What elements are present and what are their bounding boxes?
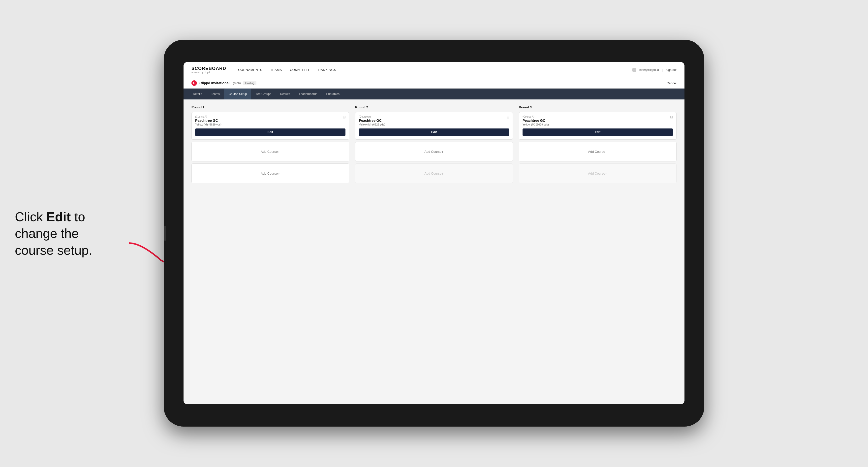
round-3-column: Round 3 ⊟ (Course A) Peachtree GC Yellow… [519, 105, 677, 185]
clippd-icon: C [191, 80, 197, 86]
nav-right: blair@clippd.io | Sign out [632, 68, 677, 72]
round-2-course-label: (Course A) [359, 115, 509, 118]
round-3-course-details: Yellow (M) (6629 yds) [523, 123, 673, 126]
tab-tee-groups[interactable]: Tee Groups [251, 89, 276, 99]
top-nav: SCOREBOARD Powered by clippd TOURNAMENTS… [184, 62, 684, 78]
round-3-edit-button[interactable]: Edit [523, 128, 673, 136]
round-1-column: Round 1 ⊟ (Course A) Peachtree GC Yellow… [191, 105, 349, 185]
nav-tournaments[interactable]: TOURNAMENTS [236, 68, 262, 72]
logo-title: SCOREBOARD [191, 66, 226, 71]
round-2-course-card: ⊟ (Course A) Peachtree GC Yellow (M) (66… [355, 112, 513, 139]
round-1-course-card: ⊟ (Course A) Peachtree GC Yellow (M) (66… [191, 112, 349, 139]
round-3-add-label-1: Add Course [588, 150, 605, 154]
instruction-bold: Edit [46, 209, 71, 224]
round-1-course-label: (Course A) [195, 115, 345, 118]
round-3-plus-2: + [605, 172, 607, 176]
round-1-add-course-1[interactable]: Add Course + [191, 142, 349, 161]
tournament-left: C Clippd Invitational (Men) Hosting [191, 80, 256, 86]
nav-teams[interactable]: TEAMS [270, 68, 282, 72]
tab-printables[interactable]: Printables [322, 89, 344, 99]
tablet-frame: SCOREBOARD Powered by clippd TOURNAMENTS… [164, 40, 704, 427]
round-1-course-name: Peachtree GC [195, 119, 345, 123]
round-3-add-label-2: Add Course [588, 172, 605, 175]
round-2-add-course-2: Add Course + [355, 163, 513, 183]
scoreboard-logo: SCOREBOARD Powered by clippd [191, 66, 226, 74]
sign-out-link[interactable]: Sign out [665, 68, 677, 72]
tab-details[interactable]: Details [188, 89, 207, 99]
round-1-edit-button[interactable]: Edit [195, 128, 345, 136]
round-2-column: Round 2 ⊟ (Course A) Peachtree GC Yellow… [355, 105, 513, 185]
round-3-add-course-1[interactable]: Add Course + [519, 142, 677, 161]
round-2-course-name: Peachtree GC [359, 119, 509, 123]
tab-leaderboards[interactable]: Leaderboards [294, 89, 322, 99]
user-avatar-dot [632, 68, 637, 72]
round-3-course-name: Peachtree GC [523, 119, 673, 123]
round-3-add-course-2: Add Course + [519, 163, 677, 183]
logo-sub: Powered by clippd [191, 71, 226, 74]
round-2-delete-icon[interactable]: ⊟ [506, 115, 510, 119]
tournament-bar: C Clippd Invitational (Men) Hosting Canc… [184, 78, 684, 89]
tournament-type: (Men) [233, 81, 241, 85]
round-3-title: Round 3 [519, 105, 677, 109]
nav-left: SCOREBOARD Powered by clippd TOURNAMENTS… [191, 66, 336, 74]
nav-committee[interactable]: COMMITTEE [290, 68, 310, 72]
round-1-add-label-1: Add Course [261, 150, 278, 154]
main-content: Round 1 ⊟ (Course A) Peachtree GC Yellow… [184, 99, 684, 404]
tournament-name: Clippd Invitational [199, 81, 229, 85]
round-1-add-course-2[interactable]: Add Course + [191, 163, 349, 183]
tab-teams[interactable]: Teams [207, 89, 224, 99]
round-2-add-course-1[interactable]: Add Course + [355, 142, 513, 161]
round-2-plus-1: + [441, 150, 444, 154]
round-1-plus-1: + [278, 150, 280, 154]
nav-links: TOURNAMENTS TEAMS COMMITTEE RANKINGS [236, 68, 336, 72]
tablet-screen: SCOREBOARD Powered by clippd TOURNAMENTS… [184, 62, 684, 404]
round-2-title: Round 2 [355, 105, 513, 109]
rounds-grid: Round 1 ⊟ (Course A) Peachtree GC Yellow… [191, 105, 677, 185]
round-2-add-label-1: Add Course [424, 150, 441, 154]
instruction-text: Click Edit tochange thecourse setup. [15, 208, 92, 259]
round-1-title: Round 1 [191, 105, 349, 109]
round-2-plus-2: + [441, 172, 444, 176]
round-2-edit-button[interactable]: Edit [359, 128, 509, 136]
round-1-add-label-2: Add Course [261, 172, 278, 175]
tab-results[interactable]: Results [276, 89, 294, 99]
round-2-add-label-2: Add Course [424, 172, 441, 175]
round-2-course-details: Yellow (M) (6629 yds) [359, 123, 509, 126]
user-email: blair@clippd.io [639, 68, 659, 72]
round-3-course-card: ⊟ (Course A) Peachtree GC Yellow (M) (66… [519, 112, 677, 139]
round-1-plus-2: + [278, 172, 280, 176]
hosting-badge: Hosting [243, 81, 256, 85]
round-3-plus-1: + [605, 150, 607, 154]
round-3-course-label: (Course A) [523, 115, 673, 118]
tab-course-setup[interactable]: Course Setup [224, 89, 251, 99]
tabs-bar: Details Teams Course Setup Tee Groups Re… [184, 89, 684, 99]
round-3-delete-icon[interactable]: ⊟ [669, 115, 674, 119]
cancel-button[interactable]: Cancel [666, 81, 677, 85]
nav-rankings[interactable]: RANKINGS [318, 68, 336, 72]
round-1-delete-icon[interactable]: ⊟ [342, 115, 346, 119]
round-1-course-details: Yellow (M) (6629 yds) [195, 123, 345, 126]
nav-separator: | [662, 68, 663, 72]
